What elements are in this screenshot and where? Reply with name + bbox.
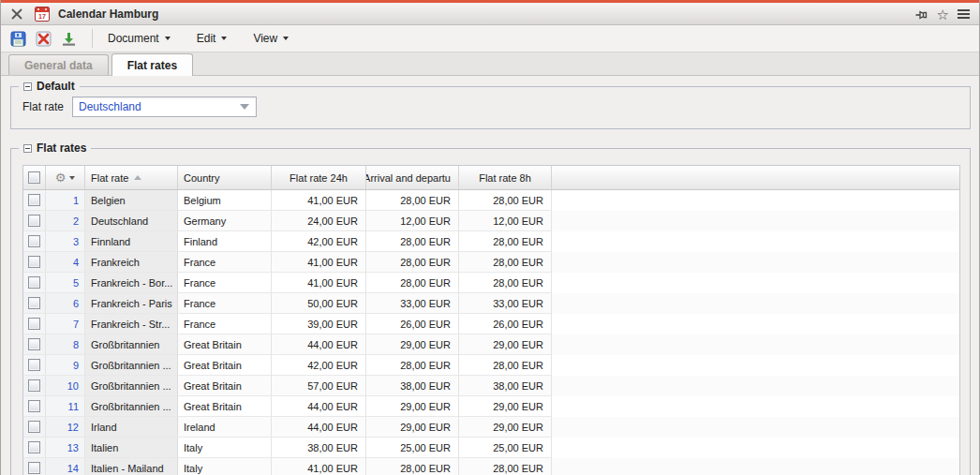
cell-arrival-departure[interactable]: 29,00 EUR bbox=[366, 334, 459, 355]
cell-country[interactable]: Belgium bbox=[178, 190, 272, 211]
table-row[interactable]: 1BelgienBelgium41,00 EUR28,00 EUR28,00 E… bbox=[23, 190, 959, 211]
row-checkbox[interactable] bbox=[28, 215, 40, 227]
table-row[interactable]: 9Großbritannien ...Great Britain42,00 EU… bbox=[23, 355, 959, 376]
cell-arrival-departure[interactable]: 33,00 EUR bbox=[366, 293, 459, 314]
cell-flat-rate[interactable]: Großbritannien ... bbox=[85, 355, 178, 376]
cell-rate-8h[interactable]: 28,00 EUR bbox=[459, 355, 552, 376]
table-row[interactable]: 4FrankreichFrance41,00 EUR28,00 EUR28,00… bbox=[23, 252, 959, 273]
cell-rate-8h[interactable]: 29,00 EUR bbox=[459, 334, 552, 355]
cell-arrival-departure[interactable]: 28,00 EUR bbox=[366, 273, 459, 293]
cell-rate-24h[interactable]: 44,00 EUR bbox=[272, 417, 366, 438]
cell-arrival-departure[interactable]: 26,00 EUR bbox=[366, 314, 459, 334]
cell-country[interactable]: Great Britain bbox=[178, 334, 272, 355]
cell-flat-rate[interactable]: Italien - Mailand bbox=[85, 458, 178, 475]
cell-rate-24h[interactable]: 39,00 EUR bbox=[272, 314, 366, 334]
cell-country[interactable]: Great Britain bbox=[178, 376, 272, 396]
cell-arrival-departure[interactable]: 28,00 EUR bbox=[366, 458, 459, 475]
cell-arrival-departure[interactable]: 28,00 EUR bbox=[366, 190, 459, 211]
row-checkbox[interactable] bbox=[28, 256, 40, 268]
row-checkbox[interactable] bbox=[28, 276, 40, 289]
table-row[interactable]: 14Italien - MailandItaly41,00 EUR28,00 E… bbox=[23, 458, 959, 475]
cell-country[interactable]: Germany bbox=[178, 211, 272, 231]
cell-flat-rate[interactable]: Großbritannien ... bbox=[85, 376, 178, 396]
cell-arrival-departure[interactable]: 25,00 EUR bbox=[366, 438, 459, 458]
hamburger-menu-icon[interactable] bbox=[958, 7, 970, 21]
cell-flat-rate[interactable]: Großbritannien bbox=[85, 334, 178, 355]
cell-arrival-departure[interactable]: 12,00 EUR bbox=[366, 211, 459, 231]
cell-rate-24h[interactable]: 57,00 EUR bbox=[272, 376, 366, 396]
export-icon[interactable] bbox=[60, 30, 77, 47]
cell-rate-24h[interactable]: 44,00 EUR bbox=[272, 334, 366, 355]
select-all-checkbox[interactable] bbox=[28, 171, 40, 184]
menu-view[interactable]: View bbox=[251, 29, 290, 48]
cell-rate-8h[interactable]: 29,00 EUR bbox=[459, 417, 552, 438]
cell-arrival-departure[interactable]: 38,00 EUR bbox=[366, 376, 459, 396]
cell-country[interactable]: France bbox=[178, 252, 272, 273]
cell-rate-24h[interactable]: 38,00 EUR bbox=[272, 438, 366, 458]
cell-flat-rate[interactable]: Frankreich - Paris bbox=[85, 293, 178, 314]
table-row[interactable]: 13ItalienItaly38,00 EUR25,00 EUR25,00 EU… bbox=[23, 438, 959, 458]
cell-rate-8h[interactable]: 28,00 EUR bbox=[459, 458, 552, 475]
row-checkbox[interactable] bbox=[28, 194, 40, 206]
row-checkbox[interactable] bbox=[28, 379, 40, 392]
table-row[interactable]: 2DeutschlandGermany24,00 EUR12,00 EUR12,… bbox=[23, 211, 959, 231]
cell-flat-rate[interactable]: Belgien bbox=[85, 190, 178, 211]
table-row[interactable]: 7Frankreich - Str...France39,00 EUR26,00… bbox=[23, 314, 959, 334]
cell-country[interactable]: France bbox=[178, 273, 272, 293]
cell-rate-8h[interactable]: 25,00 EUR bbox=[459, 438, 552, 458]
header-rate-8h[interactable]: Flat rate 8h bbox=[459, 166, 552, 189]
row-checkbox[interactable] bbox=[28, 421, 40, 433]
cell-arrival-departure[interactable]: 29,00 EUR bbox=[366, 417, 459, 438]
cell-country[interactable]: Italy bbox=[178, 438, 272, 458]
cell-flat-rate[interactable]: Irland bbox=[85, 417, 178, 438]
header-country[interactable]: Country bbox=[178, 166, 272, 189]
table-row[interactable]: 5Frankreich - Bor...France41,00 EUR28,00… bbox=[23, 273, 959, 293]
cell-rate-8h[interactable]: 12,00 EUR bbox=[459, 211, 552, 231]
menu-document[interactable]: Document bbox=[106, 29, 172, 48]
cell-arrival-departure[interactable]: 28,00 EUR bbox=[366, 231, 459, 252]
cell-country[interactable]: Italy bbox=[178, 458, 272, 475]
pin-icon[interactable] bbox=[914, 7, 928, 22]
table-row[interactable]: 6Frankreich - ParisFrance50,00 EUR33,00 … bbox=[23, 293, 959, 314]
cell-rate-8h[interactable]: 28,00 EUR bbox=[459, 190, 552, 211]
cell-country[interactable]: Finland bbox=[178, 231, 272, 252]
cell-country[interactable]: Ireland bbox=[178, 417, 272, 438]
collapse-icon[interactable] bbox=[23, 144, 32, 153]
cell-rate-24h[interactable]: 41,00 EUR bbox=[272, 458, 366, 475]
cell-country[interactable]: France bbox=[178, 314, 272, 334]
row-checkbox[interactable] bbox=[28, 441, 40, 453]
cell-rate-8h[interactable]: 28,00 EUR bbox=[459, 273, 552, 293]
header-rate-24h[interactable]: Flat rate 24h bbox=[272, 166, 366, 189]
cell-rate-24h[interactable]: 41,00 EUR bbox=[272, 273, 366, 293]
cell-arrival-departure[interactable]: 29,00 EUR bbox=[366, 396, 459, 417]
cell-country[interactable]: France bbox=[178, 293, 272, 314]
collapse-icon[interactable] bbox=[23, 82, 32, 91]
cell-rate-24h[interactable]: 42,00 EUR bbox=[272, 231, 366, 252]
cell-flat-rate[interactable]: Großbritannien ... bbox=[85, 396, 178, 417]
cell-country[interactable]: Great Britain bbox=[178, 355, 272, 376]
header-settings-cell[interactable]: ⚙ bbox=[46, 166, 85, 189]
cell-flat-rate[interactable]: Italien bbox=[85, 438, 178, 458]
star-icon[interactable]: ☆ bbox=[937, 7, 949, 22]
cell-rate-24h[interactable]: 44,00 EUR bbox=[272, 396, 366, 417]
cell-flat-rate[interactable]: Finnland bbox=[85, 231, 178, 252]
menu-edit[interactable]: Edit bbox=[195, 29, 230, 48]
cell-country[interactable]: Great Britain bbox=[178, 396, 272, 417]
cell-flat-rate[interactable]: Frankreich - Bor... bbox=[85, 273, 178, 293]
table-row[interactable]: 12IrlandIreland44,00 EUR29,00 EUR29,00 E… bbox=[23, 417, 959, 438]
tab-general-data[interactable]: General data bbox=[8, 54, 109, 75]
row-checkbox[interactable] bbox=[28, 462, 40, 474]
tab-flat-rates[interactable]: Flat rates bbox=[111, 53, 193, 76]
cell-arrival-departure[interactable]: 28,00 EUR bbox=[366, 355, 459, 376]
close-icon[interactable] bbox=[9, 7, 24, 22]
cell-flat-rate[interactable]: Frankreich bbox=[85, 252, 178, 273]
row-checkbox[interactable] bbox=[28, 338, 40, 350]
cell-rate-8h[interactable]: 38,00 EUR bbox=[459, 376, 552, 396]
row-checkbox[interactable] bbox=[28, 318, 40, 330]
table-row[interactable]: 11Großbritannien ...Great Britain44,00 E… bbox=[23, 396, 959, 417]
flat-rate-combobox[interactable]: Deutschland bbox=[72, 96, 257, 117]
row-checkbox[interactable] bbox=[28, 359, 40, 371]
cell-arrival-departure[interactable]: 28,00 EUR bbox=[366, 252, 459, 273]
row-checkbox[interactable] bbox=[28, 235, 40, 247]
table-row[interactable]: 3FinnlandFinland42,00 EUR28,00 EUR28,00 … bbox=[23, 231, 959, 252]
